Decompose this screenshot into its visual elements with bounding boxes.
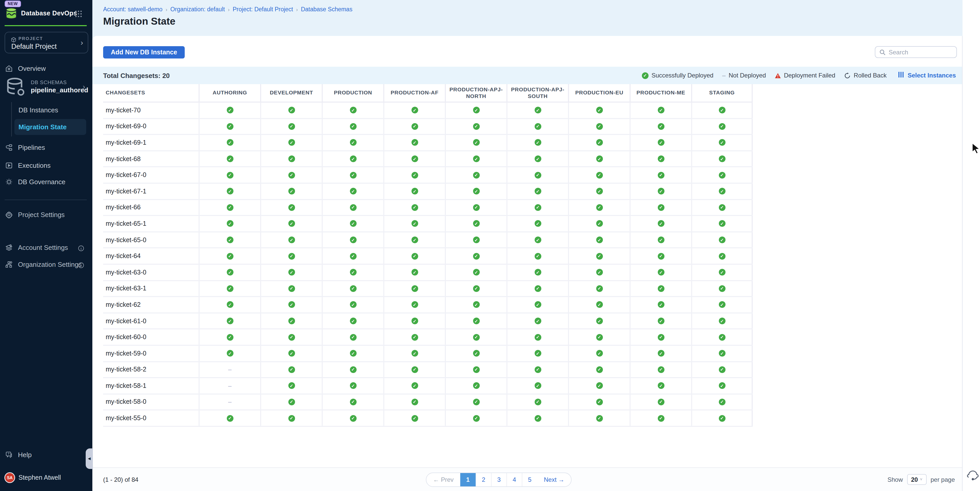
status-cell: ✓ bbox=[260, 394, 322, 410]
sidebar-item-account-settings[interactable]: Account Settings bbox=[5, 241, 88, 254]
status-deployed-icon: ✓ bbox=[473, 383, 479, 389]
status-deployed-icon: ✓ bbox=[350, 107, 356, 114]
status-deployed-icon: ✓ bbox=[596, 334, 603, 340]
status-deployed-icon: ✓ bbox=[411, 139, 418, 146]
status-cell: ✓ bbox=[322, 411, 383, 426]
page-button-3[interactable]: 3 bbox=[491, 473, 506, 486]
status-cell: ✓ bbox=[383, 378, 445, 393]
warning-triangle-icon bbox=[775, 73, 781, 78]
table-row: my-ticket-61-0✓✓✓✓✓✓✓✓✓ bbox=[103, 313, 753, 329]
page-button-4[interactable]: 4 bbox=[506, 473, 522, 486]
status-cell: ✓ bbox=[691, 394, 753, 410]
status-not-deployed-icon: – bbox=[228, 399, 231, 405]
status-deployed-icon: ✓ bbox=[535, 318, 541, 324]
status-cell: ✓ bbox=[199, 200, 260, 215]
app-grid-icon[interactable] bbox=[75, 10, 82, 17]
sidebar-item-db-instances[interactable]: DB Instances bbox=[19, 103, 88, 116]
column-header: AUTHORING bbox=[199, 84, 260, 102]
status-deployed-icon: ✓ bbox=[719, 253, 725, 259]
status-deployed-icon: ✓ bbox=[288, 366, 295, 373]
status-deployed-icon: ✓ bbox=[411, 269, 418, 275]
sidebar-item-overview[interactable]: Overview bbox=[5, 62, 88, 75]
sidebar-item-pipelines[interactable]: Pipelines bbox=[5, 141, 88, 154]
breadcrumb-project[interactable]: Project: Default Project bbox=[233, 6, 293, 12]
status-deployed-icon: ✓ bbox=[350, 383, 356, 389]
status-cell: ✓ bbox=[383, 313, 445, 328]
status-cell: ✓ bbox=[260, 119, 322, 134]
breadcrumb-organization[interactable]: Organization: default bbox=[170, 6, 225, 12]
status-deployed-icon: ✓ bbox=[596, 383, 603, 389]
status-cell: ✓ bbox=[445, 232, 506, 248]
status-cell: ✓ bbox=[568, 216, 630, 231]
status-deployed-icon: ✓ bbox=[226, 269, 233, 275]
status-deployed-icon: ✓ bbox=[596, 318, 603, 324]
db-schema-icon bbox=[5, 76, 25, 97]
status-deployed-icon: ✓ bbox=[473, 350, 479, 357]
status-deployed-icon: ✓ bbox=[535, 156, 541, 162]
status-cell: ✓ bbox=[691, 378, 753, 393]
select-instances-button[interactable]: Select Instances bbox=[899, 72, 956, 79]
breadcrumb-account[interactable]: Account: satwell-demo bbox=[103, 6, 162, 12]
status-deployed-icon: ✓ bbox=[473, 285, 479, 292]
page-button-2[interactable]: 2 bbox=[476, 473, 491, 486]
legend-item: Deployment Failed bbox=[775, 72, 835, 79]
page-button-1[interactable]: 1 bbox=[460, 473, 476, 486]
prev-page-button[interactable]: ← Prev bbox=[426, 473, 460, 486]
sidebar-item-db-schemas[interactable]: DB SCHEMAS pipeline_authored › bbox=[5, 76, 88, 97]
table-row: my-ticket-63-0✓✓✓✓✓✓✓✓✓ bbox=[103, 265, 753, 281]
status-cell: ✓ bbox=[383, 151, 445, 167]
status-deployed-icon: ✓ bbox=[719, 269, 725, 275]
total-changesets-label: Total Changesets: 20 bbox=[103, 72, 170, 79]
page-button-5[interactable]: 5 bbox=[522, 473, 537, 486]
status-cell: ✓ bbox=[260, 362, 322, 377]
status-deployed-icon: ✓ bbox=[411, 220, 418, 227]
status-deployed-icon: ✓ bbox=[288, 139, 295, 146]
status-deployed-icon: ✓ bbox=[657, 383, 664, 389]
status-cell: ✓ bbox=[630, 103, 691, 118]
status-cell: ✓ bbox=[568, 167, 630, 183]
support-headset-icon[interactable] bbox=[967, 468, 979, 483]
changeset-name: my-ticket-63-0 bbox=[103, 265, 199, 280]
migration-table: CHANGESETSAUTHORINGDEVELOPMENTPRODUCTION… bbox=[103, 84, 753, 427]
status-deployed-icon: ✓ bbox=[535, 366, 541, 373]
status-deployed-icon: ✓ bbox=[288, 334, 295, 340]
breadcrumb-database-schemas[interactable]: Database Schemas bbox=[301, 6, 353, 12]
sidebar-collapse-toggle[interactable]: ◀ bbox=[86, 448, 93, 469]
page-size-select[interactable]: 20 ˅ bbox=[907, 474, 926, 485]
status-deployed-icon: ✓ bbox=[657, 220, 664, 227]
sidebar-item-db-governance[interactable]: DB Governance bbox=[5, 175, 88, 188]
per-page-label: per page bbox=[931, 476, 955, 483]
status-cell: ✓ bbox=[568, 151, 630, 167]
status-cell: ✓ bbox=[568, 313, 630, 328]
status-deployed-icon: ✓ bbox=[473, 415, 479, 421]
add-new-db-instance-button[interactable]: Add New DB Instance bbox=[103, 46, 185, 59]
status-deployed-icon: ✓ bbox=[350, 204, 356, 211]
executions-icon bbox=[5, 161, 13, 169]
next-page-button[interactable]: Next → bbox=[537, 473, 571, 486]
info-icon[interactable] bbox=[78, 261, 84, 267]
user-avatar: SA bbox=[5, 473, 14, 482]
status-cell: ✓ bbox=[691, 346, 753, 361]
search-input[interactable] bbox=[889, 48, 952, 56]
status-deployed-icon: ✓ bbox=[657, 366, 664, 373]
status-deployed-icon: ✓ bbox=[411, 172, 418, 178]
sidebar-item-organization-settings[interactable]: Organization Settings bbox=[5, 257, 88, 271]
changeset-name: my-ticket-69-1 bbox=[103, 135, 199, 150]
status-deployed-icon: ✓ bbox=[657, 139, 664, 146]
status-cell: ✓ bbox=[260, 346, 322, 361]
status-deployed-icon: ✓ bbox=[350, 366, 356, 373]
project-selector[interactable]: PROJECT Default Project › bbox=[5, 32, 88, 53]
status-cell: ✓ bbox=[630, 265, 691, 280]
sidebar-item-project-settings[interactable]: Project Settings bbox=[5, 208, 88, 221]
table-row: my-ticket-66✓✓✓✓✓✓✓✓✓ bbox=[103, 200, 753, 216]
table-body: my-ticket-70✓✓✓✓✓✓✓✓✓my-ticket-69-0✓✓✓✓✓… bbox=[103, 103, 753, 427]
sidebar-item-executions[interactable]: Executions bbox=[5, 159, 88, 172]
search-box[interactable] bbox=[875, 46, 957, 58]
status-deployed-icon: ✓ bbox=[288, 302, 295, 308]
sidebar-item-migration-state[interactable]: Migration State bbox=[14, 119, 86, 135]
info-icon[interactable] bbox=[78, 244, 84, 250]
status-cell: ✓ bbox=[445, 378, 506, 393]
status-deployed-icon: ✓ bbox=[350, 285, 356, 292]
sidebar-item-help[interactable]: ? Help bbox=[5, 448, 88, 461]
user-menu[interactable]: SA Stephen Atwell bbox=[5, 471, 88, 484]
